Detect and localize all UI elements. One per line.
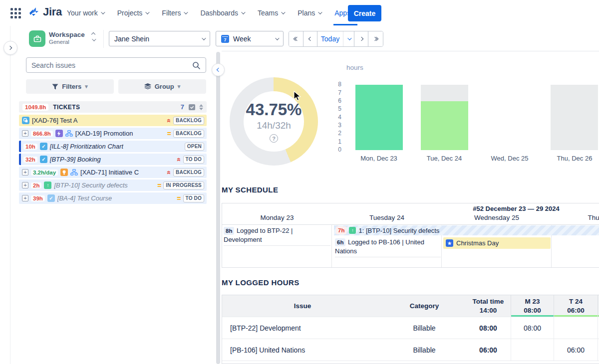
expand-left-panel-button[interactable] [3,41,17,55]
status-badge: IN PROGRESS [163,182,204,189]
day1-cell[interactable]: 08:00 [511,317,554,339]
day-header-thursday: Thursday 26 [588,214,599,221]
period-select[interactable]: 7 Week [216,31,284,46]
capacity-bar [551,85,598,150]
date-navigation: Today [289,31,383,47]
menu-teams[interactable]: Teams [258,0,284,26]
logged-row-pb106[interactable]: [PB-106] United Nations Billable 06:00 0… [222,339,599,361]
ticket-hours: 2h [31,182,41,188]
ticket-row-xad71[interactable]: + 3.2h/day [XAD-71] Initiative C « BACKL… [19,167,207,178]
expand-icon[interactable]: + [22,182,28,188]
schedule-event-holiday[interactable]: ★ Christmas Day [443,237,551,249]
chevron-right-icon [8,46,12,50]
col-day1[interactable]: M 23 08:00 [511,295,554,317]
my-logged-hours-title: MY LOGGED HOURS [222,278,300,287]
status-badge: BACKLOG [173,169,204,177]
priority-medium-icon: = [177,196,181,201]
ticket-row-ba4[interactable]: + 39h ✓ [BA-4] Test Course = TO DO [19,192,207,204]
create-button[interactable]: Create [348,5,381,21]
chevron-down-icon [347,36,351,40]
task-check-icon: ✓ [40,143,47,150]
user-select-value: Jane Shein [114,35,149,43]
collapse-sidebar-button[interactable] [212,63,225,76]
category-cell: Billable [383,317,466,339]
workspace-subtitle: General [49,39,69,45]
day2-cell[interactable] [554,317,598,339]
expand-icon[interactable]: + [22,169,28,176]
day2-cell[interactable]: 06:00 [554,339,598,361]
today-button[interactable]: Today [317,31,343,46]
expand-icon[interactable]: + [22,195,28,201]
schedule-header-border [222,224,599,225]
toolbar-border [222,51,599,51]
workspace-switcher[interactable] [92,33,95,41]
status-badge: TO DO [183,194,204,202]
schedule-event-monday[interactable]: 8h Logged to BTP-22 | Development [224,226,330,246]
next-period-fast-button[interactable] [368,31,383,46]
chevron-down-icon [241,10,245,14]
ticket-row-ill8[interactable]: 10h ✓ [ILL-8] Prioritization Chart OPEN [19,141,207,152]
jira-logo[interactable]: Jira [28,5,62,18]
chevron-right-icon [359,37,363,41]
main-menu: Your work Projects Filters Dashboards Te… [67,0,356,26]
improvement-arrow-icon: ↑ [44,182,51,189]
app-window: Jira Your work Projects Filters Dashboar… [0,0,599,364]
jira-logo-icon [28,6,40,18]
expand-icon[interactable]: + [22,130,28,137]
category-cell: Billable [383,339,466,361]
status-badge: BACKLOG [173,117,204,125]
next-period-button[interactable] [354,31,368,46]
status-badge: TO DO [183,156,204,164]
prev-period-button[interactable] [303,31,317,46]
menu-your-work[interactable]: Your work [67,0,104,26]
search-input[interactable] [31,61,192,69]
total-cell: 06:00 [466,339,511,361]
app-switcher-icon[interactable] [10,8,21,18]
workspace-icon[interactable] [29,30,45,47]
help-icon[interactable]: ? [270,134,278,143]
menu-dashboards[interactable]: Dashboards [200,0,244,26]
ticket-hours: 866.8h [31,131,53,137]
ticket-row-xad76[interactable]: [XAD-76] Test A « BACKLOG [19,115,207,126]
workspace-title: Workspace [49,31,85,38]
prev-period-fast-button[interactable] [289,31,303,46]
ticket-row-btp39[interactable]: 32h ✓ [BTP-39] Booking « TO DO [19,154,207,165]
tickets-title: TICKETS [53,104,80,111]
today-dropdown-button[interactable] [343,31,354,46]
ticket-row-xad19[interactable]: + 866.8h [XAD-19] Promotion = BACKLOG [19,128,207,139]
panel-divider[interactable] [216,52,220,364]
utilization-hours: 14h/32h [257,120,291,131]
schedule-event-tuesday[interactable]: 6h Logged to PB-106 | United Nations [335,237,441,257]
menu-plans[interactable]: Plans [298,0,321,26]
chevron-down-icon [92,37,96,41]
user-select[interactable]: Jane Shein [109,31,210,46]
calendar-check-icon[interactable] [188,103,196,111]
schedule-event-multiday[interactable]: 7h ↑ 1: [BTP-10] Security defects [334,225,599,235]
day1-cell[interactable] [511,339,554,361]
bar-label-thu: Thu, Dec 26 [557,155,593,162]
active-tab-underline [333,24,357,25]
group-button[interactable]: Group ▾ [118,79,206,94]
sort-toggle-icon[interactable] [199,104,203,110]
top-nav: Jira Your work Projects Filters Dashboar… [0,0,599,26]
my-schedule-title: MY SCHEDULE [222,185,278,194]
menu-projects[interactable]: Projects [117,0,149,26]
donut-chart[interactable]: 43.75% 14h/32h ? [230,77,318,166]
total-cell: 08:00 [466,317,511,339]
issue-cell: [BTP-22] Development [222,317,383,339]
logged-hours-table: Issue Category Total time 14:00 M 23 08:… [222,295,599,364]
ticket-row-btp10[interactable]: + 2h ↑ [BTP-10] Security defects = IN PR… [19,180,207,191]
menu-filters[interactable]: Filters [162,0,187,26]
briefcase-icon [33,34,42,43]
event-hours-chip: 8h [224,227,234,235]
chevron-up-icon [91,32,95,36]
search-icon[interactable] [192,61,201,70]
col-day2[interactable]: T 24 06:00 [554,295,598,317]
filters-button[interactable]: Filters ▾ [26,79,114,94]
subtask-icon [22,117,29,124]
ticket-hours: 39h [31,195,45,201]
ticket-hours: 10h [23,144,37,150]
logged-row-btp22[interactable]: [BTP-22] Development Billable 08:00 08:0… [222,317,599,339]
event-hours-chip: 6h [335,238,345,246]
priority-highest-icon: « [167,171,172,175]
